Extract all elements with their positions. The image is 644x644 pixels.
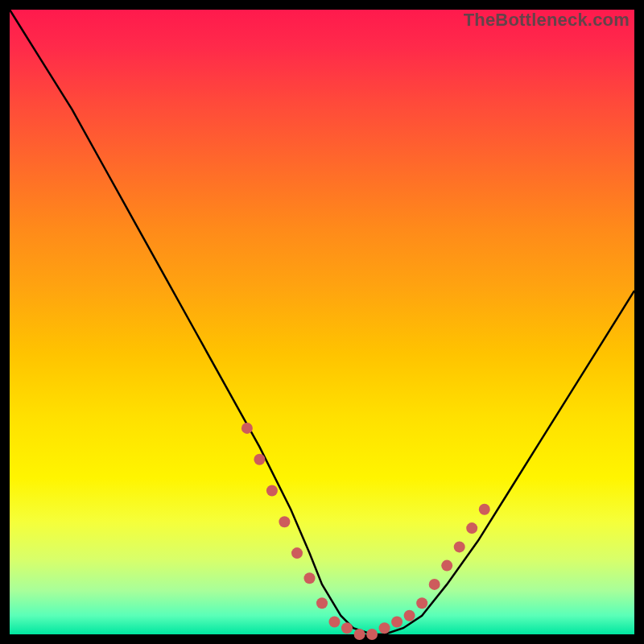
highlight-points: [242, 423, 490, 640]
plot-area: TheBottleneck.com: [10, 10, 634, 634]
marker-dot: [404, 610, 415, 621]
marker-dot: [479, 504, 490, 515]
marker-dot: [254, 454, 265, 465]
marker-dot: [291, 547, 303, 559]
marker-dot: [266, 485, 278, 497]
marker-dot: [379, 622, 390, 634]
chart-frame: TheBottleneck.com: [0, 0, 644, 644]
marker-dot: [416, 597, 427, 609]
marker-dot: [366, 629, 378, 640]
marker-dot: [441, 560, 452, 572]
marker-dot: [329, 617, 341, 628]
bottleneck-curve: [10, 10, 634, 634]
marker-dot: [429, 579, 440, 590]
marker-dot: [454, 541, 465, 552]
curve-svg: [10, 10, 634, 634]
marker-dot: [466, 522, 477, 534]
marker-dot: [316, 597, 328, 609]
marker-dot: [391, 617, 402, 628]
marker-dot: [279, 516, 290, 527]
marker-dot: [354, 629, 365, 640]
marker-dot: [242, 423, 253, 434]
marker-dot: [341, 622, 353, 634]
marker-dot: [304, 572, 316, 584]
